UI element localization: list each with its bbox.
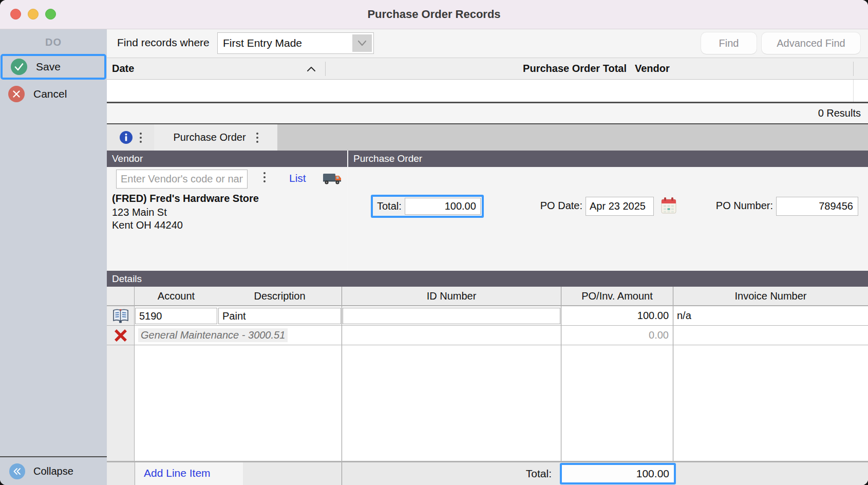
find-records-label: Find records where <box>117 36 210 49</box>
purchase-order-section-header: Purchase Order <box>348 151 868 167</box>
details-empty-area <box>107 345 868 461</box>
id-number-column <box>342 345 561 461</box>
column-header-account: Account <box>135 287 218 305</box>
column-divider <box>853 80 854 102</box>
save-button[interactable]: Save <box>1 54 106 80</box>
amount-column <box>561 345 673 461</box>
column-header-po-inv-amount: PO/Inv. Amount <box>561 287 673 305</box>
details-table-header: Account Description ID Number PO/Inv. Am… <box>107 287 868 306</box>
id-number-cell <box>342 306 561 325</box>
record-info-tab[interactable] <box>107 124 154 151</box>
collapse-button-label: Collapse <box>33 465 73 477</box>
zoom-window-icon[interactable] <box>45 9 56 20</box>
column-divider <box>342 462 342 485</box>
column-header-date[interactable]: Date <box>107 63 325 74</box>
sidebar: DO Save Cancel Collapse <box>0 29 107 485</box>
description-input[interactable]: Paint <box>218 308 341 324</box>
account-description-cell: General Maintenance - 3000.51 <box>135 326 342 345</box>
calendar-icon[interactable] <box>661 197 677 214</box>
sidebar-header: DO <box>0 29 107 48</box>
column-header-id-number: ID Number <box>342 287 561 305</box>
tab-purchase-order[interactable]: Purchase Order <box>154 124 277 151</box>
po-number-label: PO Number: <box>708 200 773 212</box>
find-button[interactable]: Find <box>701 32 757 54</box>
advanced-find-button[interactable]: Advanced Find <box>762 32 860 54</box>
x-circle-icon <box>8 85 25 103</box>
app-window: Purchase Order Records DO Save Cancel C <box>0 0 868 485</box>
details-total-label: Total: <box>466 468 552 480</box>
collapse-button[interactable]: Collapse <box>0 457 107 485</box>
details-section-header: Details <box>107 271 868 287</box>
invoice-number-cell[interactable]: n/a <box>673 306 868 325</box>
account-input[interactable]: 5190 <box>135 308 217 324</box>
vendor-address-line2: Kent OH 44240 <box>112 219 183 231</box>
column-header-invoice-number: Invoice Number <box>673 287 868 305</box>
details-table: Account Description ID Number PO/Inv. Am… <box>107 287 868 461</box>
account-detail-row: General Maintenance - 3000.51 0.00 <box>107 326 868 345</box>
vendor-name: (FRED) Fred's Hardware Store <box>112 193 259 204</box>
po-total-input[interactable]: 100.00 <box>405 198 481 215</box>
find-field-dropdown-value: First Entry Made <box>218 37 352 49</box>
row-action-column <box>107 345 135 461</box>
column-header-po-total[interactable]: Purchase Order Total <box>326 63 631 74</box>
add-line-item-link[interactable]: Add Line Item <box>144 467 211 479</box>
chevron-down-icon <box>357 40 367 46</box>
save-button-label: Save <box>36 61 61 73</box>
column-divider <box>853 62 854 76</box>
collapse-chevrons-icon <box>9 463 25 479</box>
invoice-number-column <box>673 345 868 461</box>
kebab-menu-icon[interactable] <box>140 133 142 143</box>
invoice-number-cell[interactable] <box>673 326 868 345</box>
close-window-icon[interactable] <box>10 9 21 20</box>
po-date-input[interactable]: Apr 23 2025 <box>586 197 654 216</box>
cancel-button[interactable]: Cancel <box>0 82 107 106</box>
details-total-field-highlighted: 100.00 <box>560 463 676 484</box>
vendor-panel: Vendor List (FRED) Fred's Hardware Store… <box>107 151 347 271</box>
po-total-field-highlighted: Total: 100.00 <box>371 195 484 218</box>
column-header-date-label: Date <box>112 63 134 74</box>
cancel-button-label: Cancel <box>33 88 67 100</box>
account-cell: 5190 <box>135 306 218 325</box>
title-bar: Purchase Order Records <box>0 0 868 29</box>
vendor-list-link[interactable]: List <box>289 172 306 184</box>
purchase-order-panel: Purchase Order Total: 100.00 PO Date: Ap… <box>348 151 868 271</box>
vendor-search-input[interactable] <box>116 170 248 189</box>
results-count: 0 Results <box>107 103 868 123</box>
delete-x-icon <box>114 329 127 342</box>
column-header-description: Description <box>218 287 342 305</box>
tab-bar: Purchase Order <box>107 123 868 151</box>
kebab-menu-icon[interactable] <box>256 133 258 143</box>
id-number-cell[interactable] <box>342 326 561 345</box>
tab-purchase-order-label: Purchase Order <box>173 132 246 143</box>
details-footer-bar: Add Line Item Total: 100.00 <box>107 461 868 485</box>
id-number-input[interactable] <box>343 308 560 324</box>
po-number-input[interactable]: 789456 <box>776 197 858 216</box>
results-table-header: Date Purchase Order Total Vendor <box>107 58 868 80</box>
account-description-text: General Maintenance - 3000.51 <box>138 328 288 342</box>
ledger-icon-cell[interactable] <box>107 306 135 325</box>
truck-icon <box>323 172 342 185</box>
details-total-input[interactable]: 100.00 <box>562 465 674 482</box>
results-empty-row[interactable] <box>107 80 868 102</box>
traffic-lights <box>10 9 56 20</box>
row-action-column-header <box>107 287 135 305</box>
vendor-address-line1: 123 Main St <box>112 207 167 218</box>
dropdown-button[interactable] <box>352 34 372 52</box>
column-divider <box>135 462 135 485</box>
find-field-dropdown[interactable]: First Entry Made <box>217 32 374 54</box>
vendor-panel-body: List (FRED) Fred's Hardware Store 123 Ma… <box>107 167 347 271</box>
window-title: Purchase Order Records <box>367 8 500 21</box>
po-total-label: Total: <box>374 200 405 212</box>
main-area: Find records where First Entry Made Find… <box>107 29 868 485</box>
column-header-vendor[interactable]: Vendor <box>631 63 853 74</box>
kebab-menu-icon[interactable] <box>263 172 266 182</box>
amount-cell[interactable]: 0.00 <box>561 326 673 345</box>
minimize-window-icon[interactable] <box>28 9 39 20</box>
line-item-row: 5190 Paint 100.00 n/a <box>107 306 868 326</box>
po-date-label: PO Date: <box>532 200 582 212</box>
vendor-section-header: Vendor <box>107 151 347 167</box>
sort-ascending-icon <box>307 66 316 71</box>
amount-cell[interactable]: 100.00 <box>561 306 673 325</box>
delete-row-cell[interactable] <box>107 326 135 345</box>
check-circle-icon <box>10 58 28 76</box>
